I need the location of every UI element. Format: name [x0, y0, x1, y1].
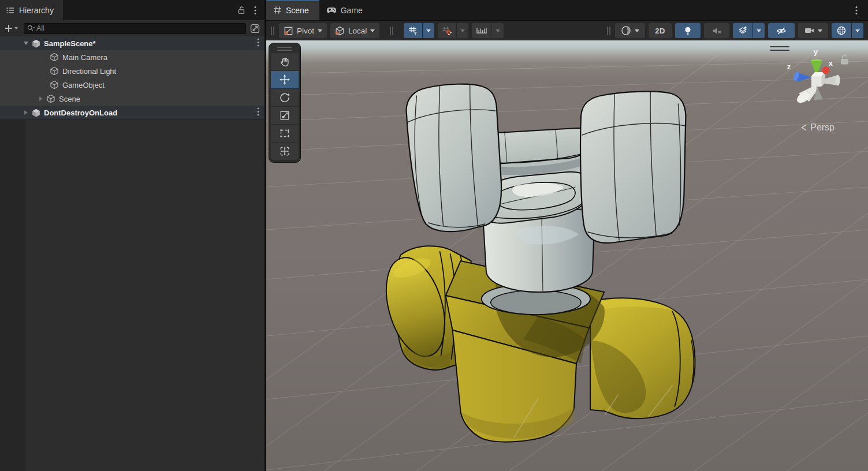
chevron-down-icon	[818, 29, 822, 32]
hierarchy-rows: SampleScene* Main Camera Directional Lig…	[0, 36, 265, 119]
hierarchy-panel: Hierarchy	[0, 0, 266, 471]
hierarchy-row-gameobject[interactable]: GameObject	[0, 78, 265, 92]
orientation-gizmo[interactable]: y x z	[787, 47, 848, 105]
hierarchy-row-directional-light[interactable]: Directional Light	[0, 64, 265, 78]
hierarchy-row-scene[interactable]: Scene	[0, 92, 265, 106]
cube-icon	[46, 94, 56, 103]
scene-visibility-toggle-button[interactable]	[768, 23, 795, 38]
rect-icon	[279, 128, 290, 139]
scale-icon	[279, 110, 290, 121]
gizmo-overlay-drag-handle[interactable]	[770, 46, 789, 51]
hierarchy-tabbar-spacer	[64, 0, 234, 20]
effects-toggle-button[interactable]	[733, 23, 752, 38]
window-more-kebab-icon[interactable]	[850, 0, 863, 20]
foldout-arrow[interactable]	[37, 96, 45, 101]
local-cube-icon	[335, 26, 345, 36]
increment-snap-menu-button[interactable]	[492, 23, 504, 38]
hierarchy-row-samplescene[interactable]: SampleScene*	[0, 36, 265, 50]
hierarchy-empty-area[interactable]	[0, 119, 265, 471]
cube-icon	[50, 66, 59, 76]
axis-x-label[interactable]: x	[829, 59, 833, 68]
toolbar-drag-handle[interactable]	[271, 27, 274, 35]
cube-icon	[50, 53, 59, 62]
game-tab-label: Game	[341, 6, 363, 15]
hierarchy-search-box[interactable]	[24, 23, 246, 34]
foldout-arrow[interactable]	[22, 110, 30, 115]
gizmos-menu-button[interactable]	[852, 23, 863, 38]
hierarchy-row-dontdestroyonload[interactable]: DontDestroyOnLoad	[0, 106, 265, 119]
foldout-arrow[interactable]	[22, 42, 30, 45]
rect-tool-button[interactable]	[271, 125, 299, 142]
row-label: Directional Light	[62, 67, 116, 76]
camera-settings-button[interactable]	[798, 23, 828, 38]
rotate-tool-button[interactable]	[271, 89, 299, 106]
pivot-mode-button[interactable]: Pivot	[279, 23, 327, 38]
toolbar-drag-handle[interactable]	[390, 27, 393, 35]
grid-hash-icon	[273, 6, 282, 14]
row-label: Scene	[59, 95, 80, 103]
lighting-toggle-button[interactable]	[675, 23, 701, 38]
gizmo-lock-icon[interactable]	[841, 55, 848, 65]
tab-game[interactable]: Game	[319, 0, 373, 20]
effects-layers-icon	[737, 25, 748, 36]
draw-mode-button[interactable]	[615, 23, 645, 38]
handle-rotation-button[interactable]: Local	[330, 23, 379, 38]
view-tabbar-spacer	[373, 0, 850, 20]
hierarchy-tabbar: Hierarchy	[0, 0, 265, 20]
pick-expand-icon[interactable]	[248, 22, 261, 35]
row-label: DontDestroyOnLoad	[44, 109, 117, 117]
transform-tool-button[interactable]	[271, 143, 299, 160]
grid-visibility-group: Y	[404, 23, 434, 38]
snap-menu-button[interactable]	[457, 23, 468, 38]
chevron-down-icon	[460, 29, 465, 32]
chevron-down-icon	[496, 29, 500, 32]
projection-toggle[interactable]: Persp	[800, 122, 835, 133]
row-kebab-icon[interactable]	[257, 38, 259, 48]
row-kebab-icon[interactable]	[257, 107, 259, 118]
axis-z-label[interactable]: z	[787, 62, 791, 71]
eye-slash-icon	[776, 26, 787, 36]
increment-ruler-icon	[476, 26, 487, 35]
2d-toggle-button[interactable]: 2D	[649, 23, 672, 38]
grid-snap-magnet-icon	[442, 25, 452, 36]
snap-group	[438, 23, 468, 38]
tool-palette-drag-handle[interactable]	[271, 45, 299, 53]
audio-mute-toggle-button[interactable]	[704, 23, 729, 38]
move-tool-button[interactable]	[271, 71, 299, 88]
chevron-down-icon	[635, 29, 639, 32]
transform-icon	[279, 145, 290, 157]
chevron-left-icon	[800, 124, 808, 132]
scale-tool-button[interactable]	[271, 107, 299, 124]
axis-y-label[interactable]: y	[814, 47, 818, 56]
hand-tool-button[interactable]	[271, 53, 299, 70]
tab-hierarchy[interactable]: Hierarchy	[0, 0, 63, 20]
create-button[interactable]	[5, 24, 18, 32]
gizmos-toggle-button[interactable]	[832, 23, 851, 38]
svg-text:Y: Y	[414, 31, 418, 36]
scene-tab-label: Scene	[286, 6, 309, 15]
pivot-icon	[284, 26, 293, 36]
rotate-icon	[279, 92, 290, 103]
grid-snapping-button[interactable]	[438, 23, 456, 38]
chevron-down-icon	[318, 29, 322, 32]
view-tabbar: Scene Game	[266, 0, 868, 20]
increment-snap-button[interactable]	[472, 23, 491, 38]
tab-scene[interactable]: Scene	[266, 0, 319, 20]
hierarchy-more-kebab-icon[interactable]	[248, 0, 262, 20]
effects-menu-button[interactable]	[753, 23, 765, 38]
search-icon	[27, 24, 35, 32]
unity-scene-icon	[31, 39, 41, 48]
chevron-down-icon	[14, 27, 18, 29]
hierarchy-search-input[interactable]	[36, 24, 243, 32]
scene-viewport[interactable]: y x z Persp	[266, 40, 868, 471]
chevron-down-icon	[757, 29, 761, 32]
grid-visibility-button[interactable]: Y	[404, 23, 422, 38]
plus-icon	[5, 24, 13, 32]
row-label: GameObject	[62, 81, 105, 89]
tool-palette	[269, 43, 301, 163]
hierarchy-row-main-camera[interactable]: Main Camera	[0, 50, 265, 64]
lock-icon[interactable]	[234, 0, 248, 20]
effects-group	[733, 23, 765, 38]
toolbar-drag-handle[interactable]	[607, 27, 610, 35]
grid-visibility-menu-button[interactable]	[423, 23, 434, 38]
